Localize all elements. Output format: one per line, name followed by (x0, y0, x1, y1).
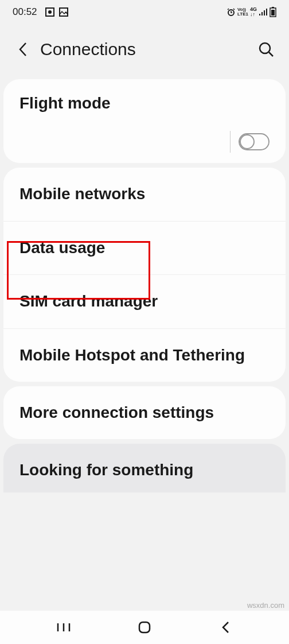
volte-icon: Vo))LTE1 (237, 7, 248, 17)
recents-button[interactable] (46, 616, 81, 639)
svg-point-1 (48, 10, 52, 14)
alarm-icon (226, 7, 236, 17)
sim-card-manager-label: SIM card manager (19, 291, 270, 312)
svg-rect-15 (139, 622, 150, 633)
more-settings-label: More connection settings (19, 402, 270, 423)
status-right: Vo))LTE1 4G↓↑ (226, 7, 276, 17)
chevron-left-icon (18, 41, 28, 57)
flight-mode-item[interactable]: Flight mode (3, 79, 286, 163)
mobile-networks-item[interactable]: Mobile networks (3, 168, 286, 221)
navigation-bar (0, 611, 289, 644)
header: Connections (0, 24, 289, 75)
status-time: 00:52 (13, 6, 37, 18)
more-settings-item[interactable]: More connection settings (3, 386, 286, 439)
signal-icon (259, 7, 268, 17)
square-icon (45, 7, 54, 17)
search-button[interactable] (255, 38, 278, 61)
sim-card-manager-item[interactable]: SIM card manager (3, 275, 286, 328)
svg-rect-7 (266, 9, 267, 15)
search-icon (258, 41, 274, 57)
looking-for-label: Looking for something (19, 460, 270, 480)
svg-rect-6 (264, 10, 265, 15)
status-bar: 00:52 Vo))LTE1 4G↓↑ (0, 0, 289, 24)
watermark: wsxdn.com (247, 601, 284, 610)
svg-rect-10 (271, 10, 275, 15)
data-usage-item[interactable]: Data usage (3, 222, 286, 275)
chevron-left-icon (221, 620, 230, 634)
home-button[interactable] (127, 616, 162, 639)
svg-rect-4 (259, 14, 260, 15)
hotspot-item[interactable]: Mobile Hotspot and Tethering (3, 329, 286, 382)
flight-mode-card: Flight mode (3, 79, 286, 163)
recents-icon (57, 622, 71, 633)
data-usage-label: Data usage (19, 238, 270, 258)
network-4g-icon: 4G↓↑ (250, 7, 257, 17)
toggle-row (19, 131, 270, 153)
image-icon (59, 7, 68, 17)
page-title: Connections (40, 40, 255, 59)
looking-for-section[interactable]: Looking for something (3, 444, 286, 492)
nav-back-button[interactable] (208, 616, 243, 639)
back-button[interactable] (11, 38, 34, 61)
flight-mode-toggle[interactable] (239, 133, 270, 150)
mobile-networks-label: Mobile networks (19, 184, 270, 204)
divider (230, 131, 231, 153)
hotspot-label: Mobile Hotspot and Tethering (19, 345, 270, 366)
network-card: Mobile networks Data usage SIM card mana… (3, 168, 286, 382)
flight-mode-label: Flight mode (19, 93, 270, 114)
svg-rect-5 (261, 12, 263, 15)
battery-icon (270, 7, 276, 17)
svg-point-11 (260, 43, 270, 53)
status-left: 00:52 (13, 6, 68, 18)
more-card: More connection settings (3, 386, 286, 439)
home-icon (138, 621, 151, 634)
